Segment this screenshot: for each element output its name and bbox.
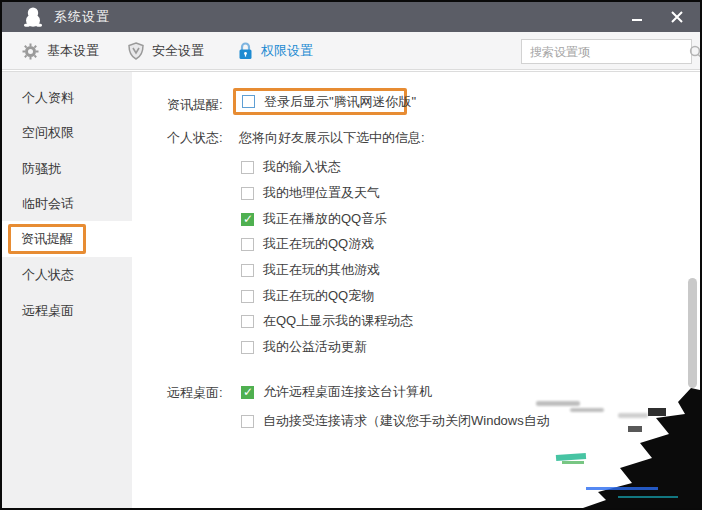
- checkbox-qq-pet[interactable]: [241, 290, 254, 303]
- option-row: 在QQ上显示我的课程动态: [241, 312, 413, 330]
- orange-highlight-box: 登录后显示"腾讯网迷你版": [233, 88, 407, 115]
- search-icon[interactable]: [689, 45, 702, 59]
- option-label: 我的地理位置及天气: [263, 184, 380, 202]
- option-row: 允许远程桌面连接这台计算机: [241, 383, 432, 401]
- checkbox-other-games[interactable]: [241, 264, 254, 277]
- smudge-noise: [536, 401, 580, 406]
- tab-permission-settings[interactable]: 权限设置: [238, 32, 313, 70]
- tab-security-label: 安全设置: [152, 42, 204, 60]
- sidebar-item-label: 防骚扰: [22, 160, 61, 178]
- close-icon: [671, 11, 683, 23]
- checkbox-course-updates[interactable]: [241, 315, 254, 328]
- orange-highlight-box: 资讯提醒: [8, 224, 86, 254]
- search-input[interactable]: [522, 40, 689, 63]
- content-panel: 资讯提醒: 登录后显示"腾讯网迷你版" 个人状态: 您将向好友展示以下选中的信息…: [132, 71, 700, 508]
- tab-security-settings[interactable]: 安全设置: [128, 32, 204, 70]
- sidebar-item-label: 临时会话: [22, 195, 74, 213]
- option-row: 我正在玩的其他游戏: [241, 261, 380, 279]
- option-row: 自动接受连接请求（建议您手动关闭Windows自动: [241, 412, 550, 430]
- settings-window: 系统设置 基本设置 安全设置: [0, 0, 702, 510]
- option-label: 允许远程桌面连接这台计算机: [263, 383, 432, 401]
- status-description: 您将向好友展示以下选中的信息:: [239, 129, 425, 147]
- checkbox-typing-status[interactable]: [241, 161, 254, 174]
- tabbar: 基本设置 安全设置 权限设置: [2, 32, 700, 70]
- option-row: 我正在播放的QQ音乐: [241, 210, 387, 228]
- option-label: 我正在玩的QQ游戏: [263, 235, 374, 253]
- checkbox-location-weather[interactable]: [241, 187, 254, 200]
- sidebar-item-anti-harass[interactable]: 防骚扰: [2, 151, 132, 187]
- option-row: 我的公益活动更新: [241, 338, 367, 356]
- option-label: 自动接受连接请求（建议您手动关闭Windows自动: [263, 412, 550, 430]
- shield-icon: [128, 42, 144, 60]
- window-title: 系统设置: [54, 8, 110, 26]
- sidebar-item-label: 空间权限: [22, 124, 74, 142]
- section-label-status: 个人状态:: [167, 129, 223, 147]
- lock-icon: [238, 42, 253, 60]
- gear-icon: [22, 43, 39, 60]
- smudge-noise: [618, 413, 648, 418]
- sidebar-item-label: 个人状态: [22, 266, 74, 284]
- smudge-noise: [570, 408, 604, 412]
- checkbox-allow-remote[interactable]: [241, 386, 254, 399]
- sidebar: 个人资料 空间权限 防骚扰 临时会话 资讯提醒 个人状态 远程桌面: [2, 71, 132, 508]
- sidebar-item-personal-status[interactable]: 个人状态: [2, 257, 132, 293]
- option-label: 我的公益活动更新: [263, 338, 367, 356]
- minimize-button[interactable]: [624, 5, 650, 29]
- option-label: 在QQ上显示我的课程动态: [263, 312, 413, 330]
- sidebar-item-space-permission[interactable]: 空间权限: [2, 115, 132, 151]
- checkbox-mini-portal[interactable]: [242, 95, 255, 108]
- sidebar-item-label: 远程桌面: [22, 302, 74, 320]
- option-row: 我的输入状态: [241, 158, 341, 176]
- tab-basic-label: 基本设置: [47, 42, 99, 60]
- titlebar: 系统设置: [2, 2, 700, 32]
- minimize-icon: [631, 11, 643, 23]
- search-box: [521, 39, 692, 64]
- tab-basic-settings[interactable]: 基本设置: [22, 32, 99, 70]
- option-row: 我正在玩的QQ游戏: [241, 235, 374, 253]
- option-label: 我正在播放的QQ音乐: [263, 210, 387, 228]
- checkbox-qq-music[interactable]: [241, 213, 254, 226]
- checkbox-auto-accept[interactable]: [241, 415, 254, 428]
- option-row: 我的地理位置及天气: [241, 184, 380, 202]
- sidebar-item-news-alert[interactable]: 资讯提醒: [2, 221, 132, 257]
- qq-penguin-icon: [24, 7, 42, 27]
- section-label-remote: 远程桌面:: [167, 384, 223, 402]
- option-label: 我正在玩的其他游戏: [263, 261, 380, 279]
- checkbox-qq-games[interactable]: [241, 238, 254, 251]
- sidebar-item-label: 个人资料: [22, 89, 74, 107]
- checkbox-charity-updates[interactable]: [241, 341, 254, 354]
- sidebar-item-temp-session[interactable]: 临时会话: [2, 186, 132, 222]
- scrollbar-thumb[interactable]: [688, 278, 697, 388]
- close-button[interactable]: [664, 5, 690, 29]
- sidebar-item-label: 资讯提醒: [21, 230, 73, 248]
- option-label: 登录后显示"腾讯网迷你版": [264, 93, 416, 111]
- option-label: 我正在玩的QQ宠物: [263, 287, 374, 305]
- option-label: 我的输入状态: [263, 158, 341, 176]
- sidebar-item-remote-desktop[interactable]: 远程桌面: [2, 293, 132, 329]
- tab-permission-label: 权限设置: [261, 42, 313, 60]
- sidebar-item-profile[interactable]: 个人资料: [2, 80, 132, 116]
- option-row: 我正在玩的QQ宠物: [241, 287, 374, 305]
- section-label-news: 资讯提醒:: [167, 96, 223, 114]
